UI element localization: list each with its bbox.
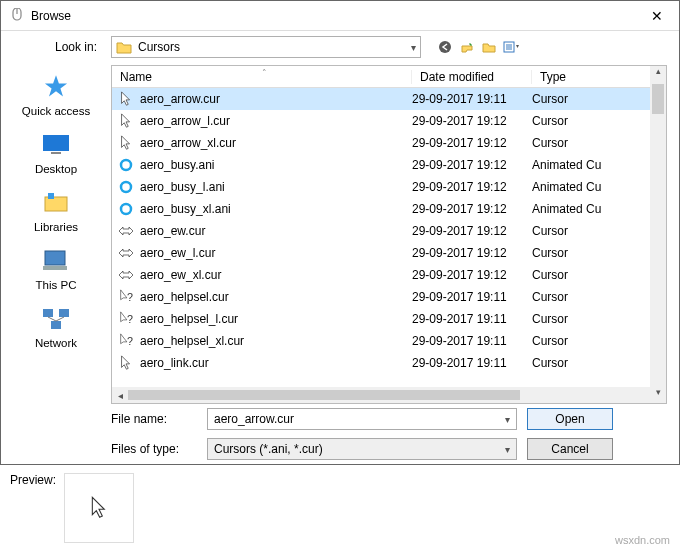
up-icon[interactable] xyxy=(459,39,475,55)
svg-point-18 xyxy=(121,160,131,170)
place-label: Desktop xyxy=(35,163,77,175)
file-icon xyxy=(118,355,134,371)
place-quickaccess[interactable]: Quick access xyxy=(22,71,90,117)
close-button[interactable]: ✕ xyxy=(643,8,671,24)
file-name: aero_helpsel_xl.cur xyxy=(140,334,244,348)
file-row[interactable]: aero_arrow_l.cur29-09-2017 19:12Cursor xyxy=(112,110,666,132)
svg-text:?: ? xyxy=(127,335,133,347)
thispc-icon xyxy=(40,245,72,277)
desktop-icon xyxy=(40,129,72,161)
lookin-combo[interactable]: Cursors ▾ xyxy=(111,36,421,58)
file-date: 29-09-2017 19:12 xyxy=(412,202,532,216)
file-icon xyxy=(118,223,134,239)
svg-rect-11 xyxy=(45,251,65,265)
file-row[interactable]: ?aero_helpsel.cur29-09-2017 19:11Cursor xyxy=(112,286,666,308)
file-name: aero_link.cur xyxy=(140,356,209,370)
file-type: Cursor xyxy=(532,356,666,370)
file-icon xyxy=(118,245,134,261)
filetype-label: Files of type: xyxy=(111,442,197,456)
file-date: 29-09-2017 19:11 xyxy=(412,356,532,370)
hscroll-thumb[interactable] xyxy=(128,390,520,400)
file-date: 29-09-2017 19:12 xyxy=(412,136,532,150)
file-date: 29-09-2017 19:11 xyxy=(412,334,532,348)
filetype-select[interactable]: Cursors (*.ani, *.cur) ▾ xyxy=(207,438,517,460)
place-network[interactable]: Network xyxy=(35,303,77,349)
file-list: Name˄ Date modified Type aero_arrow.cur2… xyxy=(111,65,667,404)
file-name: aero_ew.cur xyxy=(140,224,205,238)
file-row[interactable]: aero_busy_xl.ani29-09-2017 19:12Animated… xyxy=(112,198,666,220)
svg-point-20 xyxy=(121,204,131,214)
file-icon: ? xyxy=(118,311,134,327)
file-type: Cursor xyxy=(532,290,666,304)
svg-rect-9 xyxy=(45,197,67,211)
svg-rect-13 xyxy=(43,309,53,317)
open-button[interactable]: Open xyxy=(527,408,613,430)
file-row[interactable]: aero_link.cur29-09-2017 19:11Cursor xyxy=(112,352,666,374)
browse-dialog: Browse ✕ Look in: Cursors ▾ Quick access xyxy=(0,0,680,465)
main-row: Quick access Desktop Libraries This PC N… xyxy=(1,63,679,404)
svg-line-16 xyxy=(48,317,56,321)
cancel-button[interactable]: Cancel xyxy=(527,438,613,460)
file-type: Animated Cu xyxy=(532,180,666,194)
file-icon xyxy=(118,201,134,217)
back-icon[interactable] xyxy=(437,39,453,55)
file-name: aero_busy.ani xyxy=(140,158,215,172)
file-row[interactable]: aero_busy_l.ani29-09-2017 19:12Animated … xyxy=(112,176,666,198)
file-name: aero_arrow.cur xyxy=(140,92,220,106)
viewmenu-icon[interactable] xyxy=(503,39,519,55)
chevron-down-icon: ▾ xyxy=(505,444,510,455)
file-name: aero_helpsel_l.cur xyxy=(140,312,238,326)
file-icon xyxy=(118,113,134,129)
file-row[interactable]: aero_ew_xl.cur29-09-2017 19:12Cursor xyxy=(112,264,666,286)
col-date[interactable]: Date modified xyxy=(412,70,532,84)
place-desktop[interactable]: Desktop xyxy=(35,129,77,175)
chevron-down-icon: ▾ xyxy=(411,42,416,53)
newfolder-icon[interactable] xyxy=(481,39,497,55)
filename-input[interactable]: aero_arrow.cur ▾ xyxy=(207,408,517,430)
col-type[interactable]: Type xyxy=(532,70,666,84)
file-row[interactable]: ?aero_helpsel_l.cur29-09-2017 19:11Curso… xyxy=(112,308,666,330)
vertical-scrollbar[interactable]: ▴ ▾ xyxy=(650,66,666,403)
citation: wsxdn.com xyxy=(615,534,670,546)
place-thispc[interactable]: This PC xyxy=(36,245,77,291)
place-libraries[interactable]: Libraries xyxy=(34,187,78,233)
file-row[interactable]: aero_arrow_xl.cur29-09-2017 19:12Cursor xyxy=(112,132,666,154)
horizontal-scrollbar[interactable]: ◂ ▸ xyxy=(112,387,666,403)
file-row[interactable]: aero_busy.ani29-09-2017 19:12Animated Cu xyxy=(112,154,666,176)
file-row[interactable]: aero_ew.cur29-09-2017 19:12Cursor xyxy=(112,220,666,242)
file-type: Cursor xyxy=(532,114,666,128)
scroll-left-icon[interactable]: ◂ xyxy=(112,390,128,401)
file-type: Cursor xyxy=(532,334,666,348)
hscroll-track[interactable] xyxy=(128,390,650,400)
preview-label: Preview: xyxy=(10,473,56,487)
svg-rect-14 xyxy=(59,309,69,317)
file-type: Cursor xyxy=(532,136,666,150)
file-icon xyxy=(118,267,134,283)
filename-label: File name: xyxy=(111,412,197,426)
col-name-label: Name xyxy=(120,70,152,84)
chevron-down-icon: ▾ xyxy=(505,414,510,425)
file-row[interactable]: aero_arrow.cur29-09-2017 19:11Cursor xyxy=(112,88,666,110)
file-name: aero_helpsel.cur xyxy=(140,290,229,304)
col-name[interactable]: Name˄ xyxy=(112,70,412,84)
file-icon: ? xyxy=(118,333,134,349)
lookin-bar: Look in: Cursors ▾ xyxy=(1,31,679,63)
filetype-value: Cursors (*.ani, *.cur) xyxy=(214,442,505,456)
place-label: Quick access xyxy=(22,105,90,117)
scroll-down-icon[interactable]: ▾ xyxy=(650,387,666,403)
network-icon xyxy=(40,303,72,335)
scroll-thumb[interactable] xyxy=(652,84,664,114)
col-type-label: Type xyxy=(540,70,566,84)
scroll-up-icon[interactable]: ▴ xyxy=(650,66,666,82)
file-row[interactable]: aero_ew_l.cur29-09-2017 19:12Cursor xyxy=(112,242,666,264)
titlebar: Browse ✕ xyxy=(1,1,679,31)
file-type: Cursor xyxy=(532,312,666,326)
svg-rect-7 xyxy=(43,135,69,151)
col-date-label: Date modified xyxy=(420,70,494,84)
window-title: Browse xyxy=(31,9,643,23)
lookin-text: Cursors xyxy=(138,40,411,54)
sort-indicator-icon: ˄ xyxy=(262,68,267,78)
file-date: 29-09-2017 19:11 xyxy=(412,92,532,106)
file-row[interactable]: ?aero_helpsel_xl.cur29-09-2017 19:11Curs… xyxy=(112,330,666,352)
place-label: This PC xyxy=(36,279,77,291)
